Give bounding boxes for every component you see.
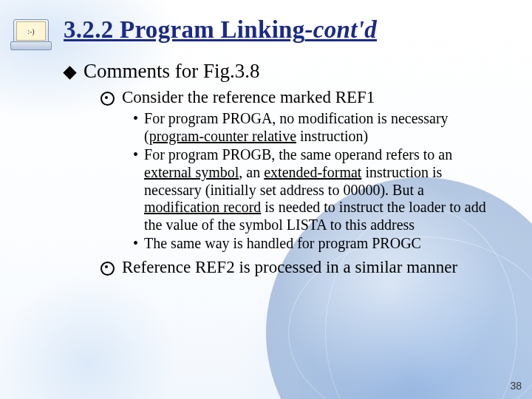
point-text: The same way is handled for program PROG…	[144, 235, 421, 253]
title-suffix: -cont'd	[305, 16, 377, 43]
bullet-level1-comments: Comments for Fig.3.8	[65, 60, 505, 83]
list-item: • For program PROGB, the same operand re…	[133, 146, 488, 233]
diamond-bullet-icon	[63, 66, 76, 79]
slide-title: 3.2.2 Program Linking-cont'd	[64, 16, 505, 44]
bullet-level2-consider: Consider the reference marked REF1	[100, 87, 505, 107]
ref2-label: Reference REF2 is processed in a similar…	[122, 257, 457, 277]
page-number: 38	[510, 380, 522, 392]
slide-content: 3.2.2 Program Linking-cont'd Comments fo…	[0, 0, 532, 277]
comments-label: Comments for Fig.3.8	[83, 60, 260, 83]
list-item: • The same way is handled for program PR…	[133, 235, 488, 253]
dot-bullet-icon: •	[133, 146, 138, 164]
list-item: • For program PROGA, no modification is …	[133, 110, 488, 145]
level3-list: • For program PROGA, no modification is …	[133, 110, 488, 253]
dot-bullet-icon: •	[133, 110, 138, 128]
point-text: For program PROGA, no modification is ne…	[144, 110, 488, 145]
bullet-level2-ref2: Reference REF2 is processed in a similar…	[100, 257, 505, 277]
target-bullet-icon	[100, 262, 115, 276]
target-bullet-icon	[100, 92, 115, 106]
point-text: For program PROGB, the same operand refe…	[144, 146, 488, 233]
title-main: 3.2.2 Program Linking	[64, 16, 305, 43]
consider-label: Consider the reference marked REF1	[122, 87, 375, 107]
dot-bullet-icon: •	[133, 235, 138, 253]
